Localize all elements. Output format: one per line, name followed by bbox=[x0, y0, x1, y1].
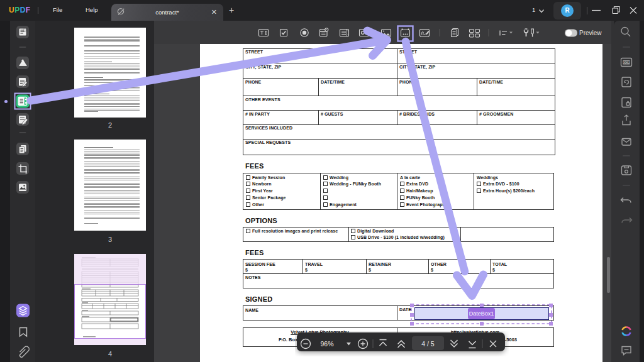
svg-text:4 / 5: 4 / 5 bbox=[421, 340, 435, 348]
svg-text:OCR: OCR bbox=[623, 61, 630, 64]
svg-text:Preview: Preview bbox=[579, 30, 602, 36]
svg-text:96%: 96% bbox=[320, 340, 333, 348]
